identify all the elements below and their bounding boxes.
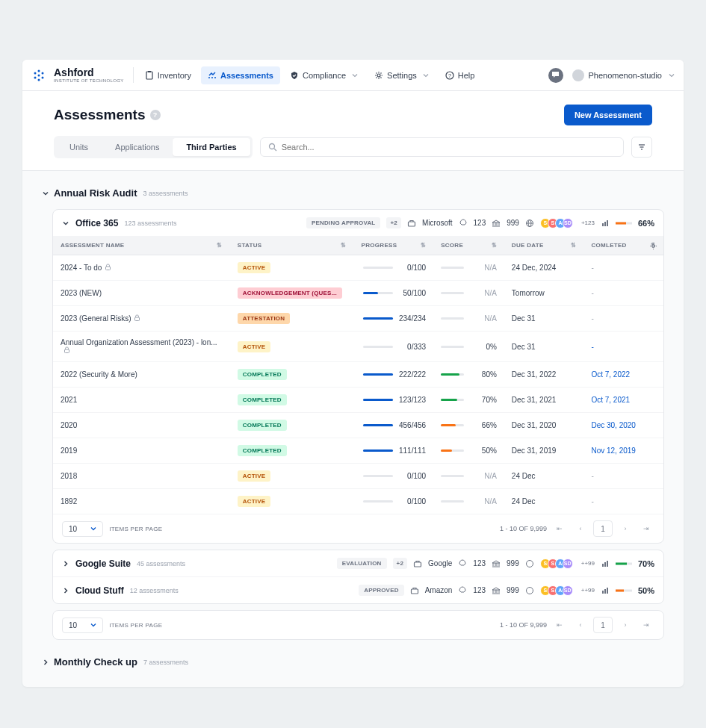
next-page-button[interactable]: › [617, 520, 634, 537]
prev-page-button[interactable]: ‹ [572, 617, 589, 633]
clipboard-icon [145, 71, 154, 80]
svg-rect-35 [602, 564, 604, 567]
cell-completed: Dec 30, 2020 [583, 413, 663, 438]
svg-line-16 [274, 149, 276, 151]
chart-icon [601, 586, 610, 595]
svg-point-9 [208, 77, 210, 78]
section-annual-risk-audit[interactable]: Annual Risk Audit 3 assessments [42, 183, 664, 203]
svg-point-34 [526, 560, 533, 567]
prev-page-button[interactable]: ‹ [572, 520, 589, 537]
columns-gear-icon[interactable] [649, 242, 657, 250]
cell-status: ACKNOWLEDGEMENT (QUES... [230, 281, 354, 306]
bank-icon [492, 586, 501, 595]
table-row[interactable]: 1892ACTIVE0/100N/A24 Dec- [53, 489, 663, 514]
nav-assessments[interactable]: Assessments [201, 66, 280, 84]
th-progress[interactable]: PROGRESS⇅ [354, 236, 434, 255]
cell-status: COMPLETED [230, 438, 354, 464]
svg-rect-24 [602, 223, 604, 226]
last-page-button[interactable]: ⇥ [638, 617, 654, 633]
svg-text:?: ? [448, 72, 451, 78]
table-row[interactable]: 2022 (Security & More)COMPLETED222/22280… [53, 362, 663, 388]
cell-due: 24 Dec, 2024 [504, 255, 584, 281]
chevron-down-icon [42, 190, 49, 197]
table-row[interactable]: 2020COMPLETED456/45666%Dec 31, 2020Dec 3… [53, 413, 663, 438]
first-page-button[interactable]: ⇤ [551, 617, 568, 633]
search-input[interactable] [282, 143, 616, 152]
chevron-down-icon [423, 72, 429, 78]
cell-progress: 456/456 [354, 413, 434, 438]
svg-point-12 [377, 74, 380, 77]
tab-units[interactable]: Units [56, 138, 102, 156]
group-head-cloud-stuff[interactable]: Cloud Stuff 12 assessments APPROVED Amaz… [53, 576, 663, 603]
svg-point-3 [38, 74, 40, 76]
group-head-office-365[interactable]: Office 365 123 assessments PENDING APPRO… [53, 210, 663, 236]
group-head-google-suite[interactable]: Google Suite 45 assessments EVALUATION +… [53, 550, 663, 576]
cell-status: COMPLETED [230, 413, 354, 438]
cell-name: 2024 - To do [53, 255, 230, 281]
svg-rect-32 [65, 349, 69, 353]
cell-progress: 0/100 [354, 489, 434, 514]
th-completed[interactable]: COMLETED⇅ [583, 236, 663, 255]
cell-completed: - [583, 306, 663, 332]
cell-due: Dec 31 [504, 306, 584, 332]
avatar-stack: SSASD [540, 559, 573, 569]
sparkline [616, 559, 632, 568]
table-row[interactable]: 2023 (General Risks)ATTESTATION234/234N/… [53, 306, 663, 332]
cell-name: Annual Organization Assessment (2023) - … [53, 332, 230, 362]
first-page-button[interactable]: ⇤ [551, 520, 568, 537]
table-row[interactable]: 2018ACTIVE0/100N/A24 Dec- [53, 464, 663, 489]
new-assessment-button[interactable]: New Assessment [564, 105, 652, 125]
nav-inventory[interactable]: Inventory [138, 66, 198, 84]
group-office-365: Office 365 123 assessments PENDING APPRO… [52, 209, 664, 544]
svg-rect-43 [604, 589, 606, 594]
cell-score: N/A [433, 489, 504, 514]
topbar: Ashford INSTITUTE OF TECHNOLOGY Inventor… [22, 60, 684, 91]
cell-completed: - [583, 332, 663, 362]
tab-third-parties[interactable]: Third Parties [173, 138, 250, 156]
lock-icon [134, 314, 140, 323]
cell-completed: Nov 12, 2019 [583, 438, 663, 464]
table-row[interactable]: 2021COMPLETED123/12370%Dec 31, 2021Oct 7… [53, 388, 663, 413]
cell-name: 2019 [53, 438, 230, 464]
pager-inner: 10 ITEMS PER PAGE 1 - 10 OF 9,999 ⇤ ‹ 1 … [53, 514, 663, 543]
svg-point-1 [34, 72, 37, 74]
gear-icon [374, 71, 383, 80]
table-row[interactable]: 2019COMPLETED111/11150%Dec 31, 2019Nov 1… [53, 438, 663, 464]
filters-bar: Units Applications Third Parties [22, 136, 684, 171]
last-page-button[interactable]: ⇥ [638, 520, 654, 537]
svg-rect-8 [148, 71, 151, 72]
svg-point-6 [38, 78, 40, 81]
filter-button[interactable] [631, 137, 652, 158]
briefcase-icon [413, 559, 422, 568]
table-row[interactable]: Annual Organization Assessment (2023) - … [53, 332, 663, 362]
cell-progress: 0/333 [354, 332, 434, 362]
tab-applications[interactable]: Applications [102, 138, 173, 156]
table-row[interactable]: 2024 - To doACTIVE0/100N/A24 Dec, 2024- [53, 255, 663, 281]
user-menu[interactable]: Phenomenon-studio [572, 69, 675, 81]
th-name[interactable]: ASSESSMENT NAME⇅ [53, 236, 230, 255]
section-monthly-check-up[interactable]: Monthly Check up 7 assessments [42, 652, 664, 672]
th-score[interactable]: SCORE⇅ [433, 236, 504, 255]
th-status[interactable]: STATUS⇅ [230, 236, 354, 255]
search-box[interactable] [260, 137, 624, 157]
chat-icon[interactable] [548, 68, 563, 83]
cell-progress: 234/234 [354, 306, 434, 332]
cell-score: 66% [433, 413, 504, 438]
help-tooltip-icon[interactable]: ? [150, 110, 161, 120]
items-per-page-select[interactable]: 10 [62, 617, 103, 633]
nav-help[interactable]: ?Help [439, 66, 482, 84]
page-number[interactable]: 1 [593, 617, 613, 633]
cell-score: N/A [433, 464, 504, 489]
next-page-button[interactable]: › [617, 617, 634, 633]
nav-compliance[interactable]: Compliance [283, 66, 365, 84]
table-row[interactable]: 2023 (NEW)ACKNOWLEDGEMENT (QUES...50/100… [53, 281, 663, 306]
page-title: Assessments ? [54, 107, 161, 123]
cell-score: N/A [433, 255, 504, 281]
page-number[interactable]: 1 [593, 520, 613, 537]
th-due[interactable]: DUE DATE⇅ [504, 236, 584, 255]
lock-icon [105, 264, 111, 272]
items-per-page-select[interactable]: 10 [62, 521, 103, 537]
svg-point-41 [526, 587, 533, 594]
nav-settings[interactable]: Settings [368, 66, 436, 84]
chevron-right-icon [62, 560, 69, 567]
